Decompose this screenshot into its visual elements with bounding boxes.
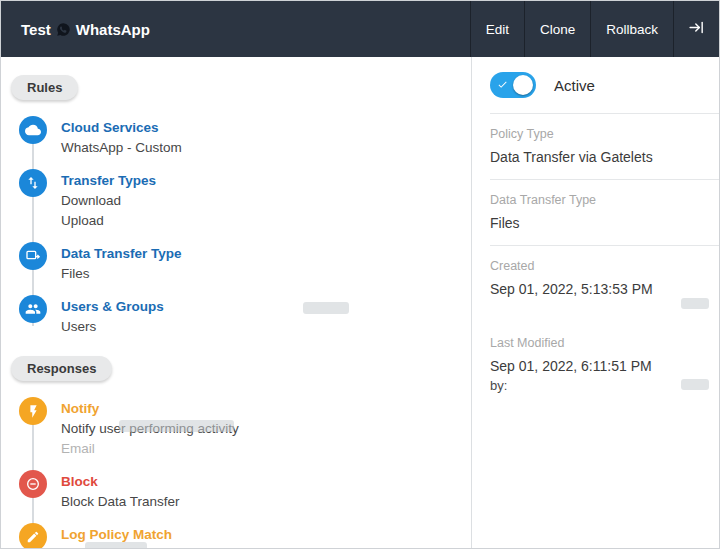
- header: Test WhatsApp Edit Clone Rollback: [1, 1, 719, 57]
- transfer-arrows-icon: [19, 169, 47, 197]
- severity-value: High: [150, 547, 178, 548]
- block-icon: [19, 470, 47, 498]
- responses-timeline: Notify Notify user performing activity E…: [11, 391, 471, 548]
- page-title: Test WhatsApp: [21, 21, 150, 38]
- redacted-text: [681, 379, 709, 390]
- redacted-text: [681, 298, 709, 309]
- response-title-notify[interactable]: Notify: [61, 400, 239, 418]
- field-value: Data Transfer via Gatelets: [490, 149, 699, 165]
- header-actions: Edit Clone Rollback: [470, 1, 719, 57]
- rule-title-transfer-types[interactable]: Transfer Types: [61, 172, 156, 190]
- cloud-icon: [19, 116, 47, 144]
- field-value: Files: [490, 215, 699, 231]
- field-created: Created Sep 01, 2022, 5:13:53 PM: [490, 246, 719, 323]
- responses-section-label: Responses: [11, 356, 112, 381]
- pencil-icon: [19, 523, 47, 548]
- field-label: Policy Type: [490, 127, 699, 142]
- response-value: Block Data Transfer: [61, 493, 180, 511]
- status-row: Active: [490, 57, 719, 114]
- active-toggle[interactable]: [490, 72, 536, 98]
- rule-title-data-transfer-type[interactable]: Data Transfer Type: [61, 245, 182, 263]
- rule-item-data-transfer-type: Data Transfer Type Files: [11, 236, 471, 289]
- rule-item-transfer-types: Transfer Types Download Upload: [11, 163, 471, 236]
- field-label: Data Transfer Type: [490, 193, 699, 208]
- data-transfer-icon: [19, 242, 47, 270]
- page-title-suffix: WhatsApp: [76, 21, 150, 38]
- field-value: Sep 01, 2022, 6:11:51 PM: [490, 358, 699, 374]
- field-last-modified: Last Modified Sep 01, 2022, 6:11:51 PM b…: [490, 323, 719, 407]
- redacted-text: [119, 420, 234, 432]
- rule-title-users-groups[interactable]: Users & Groups: [61, 298, 164, 316]
- redacted-text: [85, 542, 147, 549]
- response-value: Email: [61, 440, 239, 458]
- field-byline: by:: [490, 378, 699, 393]
- rule-value: Users: [61, 318, 164, 336]
- users-icon: [19, 295, 47, 323]
- response-item-notify: Notify Notify user performing activity E…: [11, 391, 471, 464]
- toggle-knob: [513, 75, 533, 95]
- page-title-prefix: Test: [21, 21, 51, 38]
- clone-button[interactable]: Clone: [524, 1, 590, 57]
- rules-timeline: Cloud Services WhatsApp - Custom Transfe…: [11, 110, 471, 342]
- rule-title-cloud-services[interactable]: Cloud Services: [61, 119, 182, 137]
- redacted-text: [303, 302, 349, 314]
- rule-item-cloud-services: Cloud Services WhatsApp - Custom: [11, 110, 471, 163]
- edit-button[interactable]: Edit: [470, 1, 524, 57]
- response-item-block: Block Block Data Transfer: [11, 464, 471, 517]
- rules-section-label: Rules: [11, 75, 78, 100]
- response-title-block[interactable]: Block: [61, 473, 180, 491]
- response-item-log-policy-match: Log Policy Match Severity Level High: [11, 517, 471, 548]
- status-label: Active: [554, 77, 595, 94]
- field-value: Sep 01, 2022, 5:13:53 PM: [490, 281, 699, 297]
- collapse-panel-button[interactable]: [673, 1, 719, 57]
- rules-panel: Rules Cloud Services WhatsApp - Custom T…: [1, 57, 471, 548]
- rule-item-users-groups: Users & Groups Users: [11, 289, 471, 342]
- check-icon: [497, 79, 508, 90]
- whatsapp-icon: [56, 22, 71, 37]
- field-label: Last Modified: [490, 336, 699, 351]
- rule-value: Files: [61, 265, 182, 283]
- rollback-button[interactable]: Rollback: [590, 1, 673, 57]
- field-data-transfer-type: Data Transfer Type Files: [490, 180, 719, 246]
- policy-detail-page: Test WhatsApp Edit Clone Rollback Rules: [0, 0, 720, 549]
- rule-value: Download: [61, 192, 156, 210]
- arrow-to-bar-icon: [688, 19, 705, 39]
- field-label: Created: [490, 259, 699, 274]
- field-policy-type: Policy Type Data Transfer via Gatelets: [490, 114, 719, 180]
- rule-value: Upload: [61, 212, 156, 230]
- notify-bolt-icon: [19, 397, 47, 425]
- rule-value: WhatsApp - Custom: [61, 139, 182, 157]
